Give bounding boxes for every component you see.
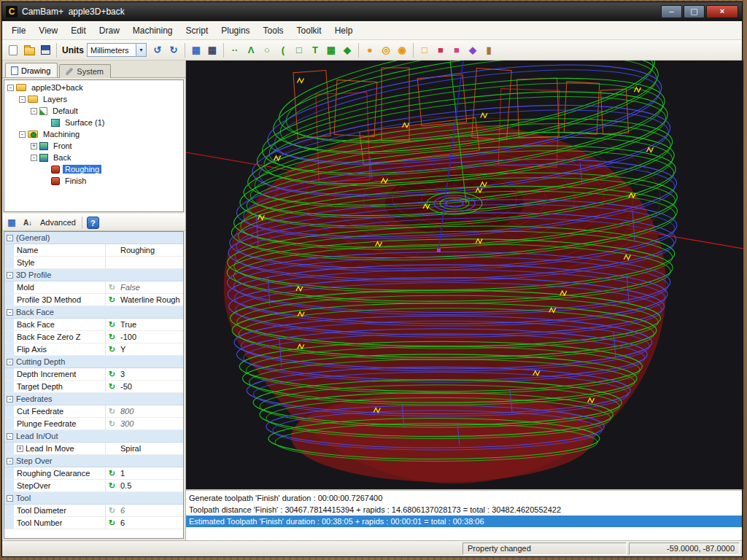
prop-row-tool-diameter[interactable]: Tool Diameter↻6 [4, 505, 183, 517]
collapse-icon[interactable]: - [31, 108, 37, 114]
save-icon[interactable] [37, 42, 53, 58]
prop-row-target-depth[interactable]: Target Depth↻-50 [4, 381, 183, 393]
help-button[interactable]: ? [87, 217, 99, 229]
grid-icon[interactable]: ▦ [188, 42, 204, 58]
log-panel[interactable]: Generate toolpath 'Finish' duration : 00… [186, 489, 742, 542]
undo-icon[interactable]: ↺ [150, 42, 166, 58]
draw-circle-icon[interactable]: ○ [259, 42, 275, 58]
redo-icon[interactable]: ↻ [166, 42, 182, 58]
categorized-view-button[interactable]: ▦ [5, 216, 18, 229]
prop-value[interactable]: 6 [118, 518, 183, 527]
tab-system[interactable]: System [59, 64, 111, 78]
properties-grid[interactable]: -(General)NameRoughingStyle-3D ProfileMo… [4, 231, 184, 539]
draw-region-icon[interactable]: ◆ [339, 42, 355, 58]
collapse-icon[interactable]: - [31, 155, 37, 161]
category-general[interactable]: -(General) [4, 232, 183, 244]
draw-point-icon[interactable]: ·· [227, 42, 243, 58]
snap-grid-icon[interactable]: ▦ [204, 42, 220, 58]
prop-value[interactable]: Waterline Rough [118, 295, 183, 304]
tree-item-machining[interactable]: -Machining [4, 128, 183, 140]
category-feedrates[interactable]: -Feedrates [4, 393, 183, 405]
menu-item-machining[interactable]: Machining [126, 23, 179, 39]
prop-row-profile-3d-method[interactable]: Profile 3D Method↻Waterline Rough [4, 294, 183, 306]
prop-row-lead-in-move[interactable]: +Lead In MoveSpiral [4, 443, 183, 455]
prop-row-plunge-feedrate[interactable]: Plunge Feedrate↻300 [4, 418, 183, 430]
category-back-face[interactable]: -Back Face [4, 306, 183, 319]
menu-item-tools[interactable]: Tools [257, 23, 290, 39]
collapse-icon[interactable]: - [7, 396, 13, 402]
collapse-icon[interactable]: - [19, 96, 26, 103]
prop-row-back-face[interactable]: Back Face↻True [4, 319, 183, 331]
tree-item-back[interactable]: -Back [4, 152, 183, 163]
log-line[interactable]: Generate toolpath 'Finish' duration : 00… [186, 492, 742, 504]
collapse-icon[interactable]: - [7, 433, 13, 440]
script-file-icon[interactable]: ■ [449, 42, 465, 58]
prop-row-back-face-zero-z[interactable]: Back Face Zero Z↻-100 [4, 331, 183, 343]
category-tool[interactable]: -Tool [4, 492, 183, 505]
prop-value[interactable]: 300 [118, 419, 183, 428]
tab-drawing[interactable]: Drawing [5, 63, 58, 77]
menu-item-script[interactable]: Script [179, 23, 215, 39]
menu-item-edit[interactable]: Edit [64, 23, 93, 39]
collapse-icon[interactable]: - [7, 309, 13, 316]
expand-icon[interactable]: + [17, 446, 23, 452]
category-lead-in-out[interactable]: -Lead In/Out [4, 430, 183, 443]
tree-item-layer-default[interactable]: -Default [4, 105, 183, 117]
menu-item-toolkit[interactable]: Toolkit [290, 23, 328, 39]
tree-item-surface-1[interactable]: Surface (1) [4, 117, 183, 128]
engrave-op-icon[interactable]: ◉ [394, 42, 410, 58]
viewport-3d[interactable] [186, 61, 743, 489]
plugin-icon[interactable]: ◆ [465, 42, 481, 58]
prop-value[interactable]: -100 [118, 332, 183, 341]
menu-item-plugins[interactable]: Plugins [214, 23, 256, 39]
prop-row-cut-feedrate[interactable]: Cut Feedrate↻800 [4, 405, 183, 418]
sort-alphabetical-button[interactable]: A↓ [21, 216, 34, 229]
gcode-icon[interactable]: ■ [433, 42, 449, 58]
menu-item-help[interactable]: Help [328, 23, 360, 39]
prop-value[interactable]: 800 [118, 407, 183, 416]
prop-value[interactable]: Y [118, 345, 183, 354]
prop-row-style[interactable]: Style [4, 257, 183, 269]
draw-rect-icon[interactable]: □ [291, 42, 307, 58]
new-file-icon[interactable] [5, 42, 21, 58]
prop-row-stepover[interactable]: StepOver↻0.5 [4, 480, 183, 492]
tree-item-roughing[interactable]: Roughing [4, 163, 183, 175]
prop-row-name[interactable]: NameRoughing [4, 244, 183, 257]
tree-item-layers[interactable]: -Layers [4, 93, 183, 105]
prop-value[interactable]: 3 [118, 370, 183, 378]
tree-item-front[interactable]: +Front [4, 140, 183, 152]
tree-item-finish[interactable]: Finish [4, 175, 183, 187]
collapse-icon[interactable]: - [7, 272, 13, 279]
collapse-icon[interactable]: - [7, 359, 13, 365]
prop-value[interactable]: 1 [118, 469, 183, 478]
menu-item-draw[interactable]: Draw [93, 23, 126, 39]
units-dropdown[interactable]: Millimeters ▾ [87, 43, 147, 57]
prop-value[interactable]: Spiral [118, 444, 183, 453]
prop-value[interactable]: True [118, 320, 183, 329]
menu-item-view[interactable]: View [32, 23, 64, 39]
category-3d-profile[interactable]: -3D Profile [4, 269, 183, 281]
tool-library-icon[interactable]: ▮ [481, 42, 497, 58]
collapse-icon[interactable]: - [7, 495, 13, 502]
category-step-over[interactable]: -Step Over [4, 455, 183, 467]
prop-row-roughing-clearance[interactable]: Roughing Clearance↻1 [4, 467, 183, 480]
profile-op-icon[interactable]: ● [362, 42, 378, 58]
prop-row-flip-axis[interactable]: Flip Axis↻Y [4, 343, 183, 356]
log-line[interactable]: Estimated Toolpath 'Finish' duration : 0… [186, 516, 742, 527]
menu-item-file[interactable]: File [5, 23, 32, 39]
prop-value[interactable]: 6 [118, 506, 183, 515]
category-cutting-depth[interactable]: -Cutting Depth [4, 356, 183, 368]
stock-icon[interactable]: □ [417, 42, 433, 58]
collapse-icon[interactable]: - [19, 131, 26, 138]
draw-arc-icon[interactable]: ( [275, 42, 291, 58]
drawing-tree[interactable]: -apple3D+back-Layers-DefaultSurface (1)-… [4, 79, 184, 212]
close-button[interactable]: × [706, 5, 738, 18]
prop-row-mold[interactable]: Mold↻False [4, 281, 183, 294]
prop-value[interactable]: 0.5 [118, 481, 183, 490]
collapse-icon[interactable]: - [7, 235, 13, 241]
draw-text-icon[interactable]: T [307, 42, 323, 58]
prop-value[interactable]: Roughing [118, 246, 183, 254]
prop-row-tool-number[interactable]: Tool Number↻6 [4, 517, 183, 529]
maximize-button[interactable]: ▢ [684, 5, 705, 18]
prop-value[interactable]: -50 [118, 382, 183, 391]
